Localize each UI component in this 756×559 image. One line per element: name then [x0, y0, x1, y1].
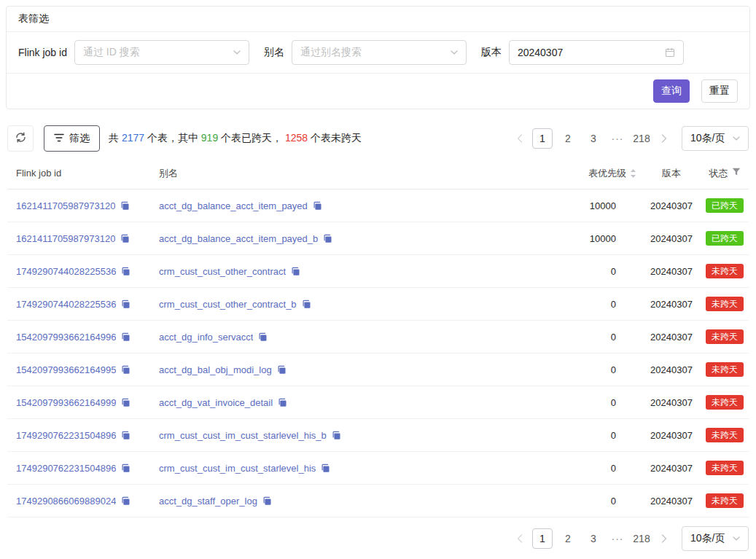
flink-job-id-link[interactable]: 1542097993662164999	[16, 397, 116, 408]
status-badge: 未跨天	[706, 264, 744, 278]
page-button-2[interactable]: 2	[558, 528, 578, 549]
table-summary: 共 2177 个表，其中 919 个表已跨天， 1258 个表未跨天	[109, 132, 362, 145]
table-row: 1542097993662164995 acct_dg_bal_obj_modi…	[7, 353, 749, 386]
alias-link[interactable]: crm_cust_cust_im_cust_starlevel_his_b	[159, 430, 327, 441]
status-badge: 未跨天	[706, 329, 744, 344]
version-value: 20240307	[642, 430, 701, 441]
filter-button[interactable]: 筛选	[44, 125, 100, 152]
query-button[interactable]: 查询	[653, 79, 690, 103]
next-page-button[interactable]	[657, 128, 671, 149]
chevron-down-icon	[233, 50, 241, 55]
alias-select[interactable]: 通过别名搜索	[292, 40, 467, 65]
version-value: 20240307	[642, 364, 701, 375]
alias-placeholder: 通过别名搜索	[300, 46, 362, 59]
page-button-218[interactable]: 218	[631, 528, 652, 549]
copy-icon[interactable]	[313, 201, 322, 211]
status-badge: 已跨天	[706, 231, 744, 246]
copy-icon[interactable]	[121, 464, 130, 473]
copy-icon[interactable]	[258, 332, 268, 342]
status-badge: 已跨天	[706, 198, 744, 213]
version-value: 20240307	[642, 463, 701, 474]
priority-header-label: 表优先级	[588, 167, 626, 180]
page-button-3[interactable]: 3	[583, 528, 604, 549]
status-badge: 未跨天	[706, 395, 744, 410]
copy-icon[interactable]	[120, 234, 130, 243]
status-header-label: 状态	[709, 167, 728, 180]
page-button-218[interactable]: 218	[631, 128, 652, 149]
priority-value: 0	[507, 364, 642, 375]
copy-icon[interactable]	[121, 496, 130, 506]
alias-link[interactable]: acct_dg_staff_oper_log	[159, 496, 257, 507]
flink-job-id-link[interactable]: 1749290744028225536	[16, 266, 116, 277]
filter-panel-footer: 查询 重置	[7, 74, 749, 109]
flink-job-id-link[interactable]: 1749290762231504896	[16, 463, 116, 474]
table-row: 1749290744028225536 crm_cust_cust_other_…	[7, 255, 749, 288]
copy-icon[interactable]	[121, 431, 130, 440]
filter-funnel-icon[interactable]	[732, 168, 741, 179]
copy-icon[interactable]	[302, 300, 311, 309]
alias-link[interactable]: acct_dg_bal_obj_modi_log	[159, 364, 272, 375]
version-value: 20240307	[642, 299, 701, 310]
pagination-top: 123···218	[513, 128, 671, 149]
copy-icon[interactable]	[277, 365, 287, 375]
flink-job-id-link[interactable]: 1749290866069889024	[16, 496, 116, 507]
reset-button[interactable]: 重置	[701, 79, 738, 103]
copy-icon[interactable]	[291, 267, 300, 276]
flink-job-id-select[interactable]: 通过 ID 搜索	[74, 40, 249, 65]
page-button-3[interactable]: 3	[583, 128, 604, 149]
version-value: 20240307	[642, 233, 701, 244]
page-button-1[interactable]: 1	[532, 528, 553, 549]
copy-icon[interactable]	[121, 300, 130, 309]
page-size-select-bottom[interactable]: 10条/页	[682, 526, 749, 551]
refresh-button[interactable]	[7, 125, 34, 152]
copy-icon[interactable]	[323, 234, 332, 243]
version-value: 20240307	[642, 332, 701, 343]
flink-job-id-link[interactable]: 1749290762231504896	[16, 430, 116, 441]
flink-job-id-link[interactable]: 1749290744028225536	[16, 299, 116, 310]
prev-page-button[interactable]	[513, 128, 527, 149]
flink-job-id-placeholder: 通过 ID 搜索	[83, 46, 140, 59]
priority-value: 0	[507, 332, 642, 343]
alias-link[interactable]: acct_dg_vat_invoice_detail	[159, 397, 273, 408]
flink-job-id-link[interactable]: 1621411705987973120	[16, 200, 115, 211]
version-date-input[interactable]: 20240307	[509, 40, 684, 65]
copy-icon[interactable]	[121, 332, 130, 342]
copy-icon[interactable]	[321, 464, 330, 473]
summary-count-uncrossed: 1258	[285, 132, 308, 144]
alias-link[interactable]: crm_cust_cust_other_contract	[159, 266, 286, 277]
summary-text: 个表，其中	[144, 132, 201, 144]
flink-job-id-link[interactable]: 1542097993662164996	[16, 332, 116, 343]
copy-icon[interactable]	[262, 496, 272, 506]
column-header-priority[interactable]: 表优先级	[507, 167, 642, 180]
alias-link[interactable]: acct_dg_balance_acct_item_payed_b	[159, 233, 318, 244]
sort-icon[interactable]	[630, 168, 636, 179]
tables-table: Flink job id 别名 表优先级 版本 状态 1621411705987…	[7, 157, 749, 517]
copy-icon[interactable]	[120, 201, 130, 211]
page-ellipsis: ···	[609, 533, 626, 544]
status-badge: 未跨天	[706, 428, 744, 442]
priority-value: 0	[507, 463, 642, 474]
filter-field-flink-job-id: Flink job id 通过 ID 搜索	[18, 40, 249, 65]
status-badge: 未跨天	[706, 493, 744, 508]
status-badge: 未跨天	[706, 362, 744, 377]
flink-job-id-link[interactable]: 1542097993662164995	[16, 364, 116, 375]
page-button-1[interactable]: 1	[532, 128, 553, 149]
alias-link[interactable]: crm_cust_cust_other_contract_b	[159, 299, 297, 310]
alias-link[interactable]: acct_dg_info_servacct	[159, 332, 253, 343]
prev-page-button[interactable]	[513, 528, 527, 549]
next-page-button[interactable]	[657, 528, 671, 549]
column-header-flink-job-id: Flink job id	[7, 168, 150, 179]
priority-value: 10000	[507, 233, 642, 244]
column-header-version: 版本	[642, 167, 701, 180]
table-row: 1749290744028225536 crm_cust_cust_other_…	[7, 288, 749, 321]
page-button-2[interactable]: 2	[558, 128, 578, 149]
alias-link[interactable]: acct_dg_balance_acct_item_payed	[159, 200, 308, 211]
copy-icon[interactable]	[278, 398, 287, 407]
page-size-select-top[interactable]: 10条/页	[682, 126, 749, 151]
copy-icon[interactable]	[121, 365, 130, 375]
copy-icon[interactable]	[121, 267, 130, 276]
alias-link[interactable]: crm_cust_cust_im_cust_starlevel_his	[159, 463, 316, 474]
copy-icon[interactable]	[332, 431, 341, 440]
copy-icon[interactable]	[121, 398, 130, 407]
flink-job-id-link[interactable]: 1621411705987973120	[16, 233, 115, 244]
